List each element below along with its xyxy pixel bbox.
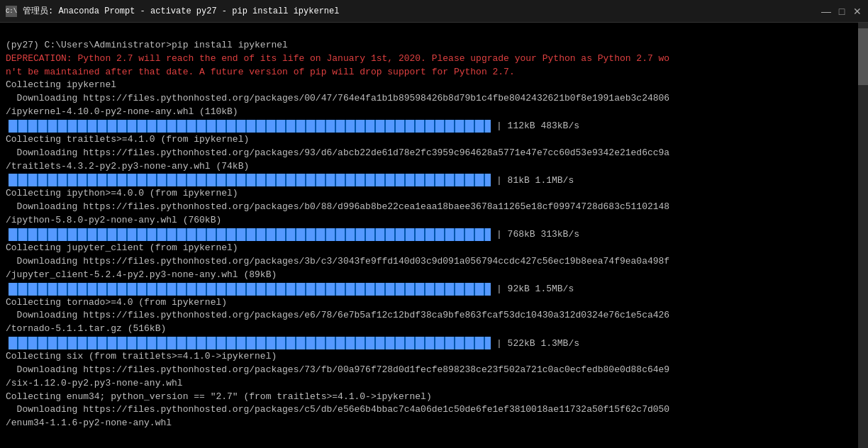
- progress-segment: [177, 174, 186, 186]
- progress-segment: [376, 283, 384, 296]
- progress-segment: [435, 120, 444, 133]
- progress-segment: [396, 337, 404, 349]
- maximize-button[interactable]: □: [837, 6, 847, 16]
- progress-segment: [346, 283, 355, 296]
- console-line: /six-1.12.0-py2.py3-none-any.whl: [6, 377, 862, 391]
- progress-segment: [336, 120, 345, 133]
- progress-segment: [386, 337, 394, 349]
- progress-segment: [118, 283, 126, 296]
- progress-info: | 112kB 483kB/s: [496, 121, 579, 131]
- progress-segment: [68, 174, 77, 186]
- progress-segment: [286, 337, 295, 349]
- progress-segment: [48, 337, 57, 349]
- progress-segment: [9, 283, 17, 296]
- progress-segment: [28, 228, 37, 241]
- progress-segment: [386, 120, 394, 133]
- progress-info: | 81kB 1.1MB/s: [496, 175, 574, 186]
- progress-segment: [118, 174, 126, 186]
- progress-bar: [9, 174, 491, 186]
- progress-segment: [207, 120, 216, 133]
- progress-segment: [18, 283, 27, 296]
- progress-segment: [435, 228, 444, 241]
- progress-segment: [326, 120, 335, 133]
- progress-segment: [58, 283, 67, 296]
- progress-segment: [177, 120, 186, 133]
- progress-segment: [416, 228, 424, 241]
- console-line: Collecting enum34; python_version == "2.…: [6, 391, 862, 404]
- progress-segment: [28, 174, 37, 186]
- console-line: Collecting ipykernel: [6, 79, 862, 92]
- progress-segment: [9, 120, 17, 133]
- app-icon: C:\: [6, 6, 17, 17]
- progress-segment: [257, 228, 265, 241]
- progress-segment: [485, 120, 491, 133]
- progress-segment: [316, 120, 325, 133]
- console-line: Downloading https://files.pythonhosted.o…: [6, 201, 862, 214]
- progress-segment: [406, 174, 414, 186]
- console-line: /enum34-1.1.6-py2-none-any.whl: [6, 417, 862, 430]
- scrollbar-thumb[interactable]: [858, 28, 868, 85]
- console-line: /ipykernel-4.10.0-py2-none-any.whl (110k…: [6, 106, 862, 119]
- progress-segment: [227, 174, 235, 186]
- scrollbar[interactable]: [858, 23, 868, 448]
- progress-segment: [197, 228, 206, 241]
- progress-segment: [406, 337, 414, 349]
- progress-segment: [38, 228, 47, 241]
- progress-segment: [326, 174, 335, 186]
- progress-segment: [38, 120, 47, 133]
- progress-segment: [326, 283, 335, 296]
- console-line: Downloading https://files.pythonhosted.o…: [6, 364, 862, 377]
- progress-segment: [237, 283, 245, 296]
- progress-segment: [485, 174, 491, 186]
- progress-bar: [9, 228, 491, 241]
- close-button[interactable]: ✕: [852, 6, 862, 16]
- progress-bar: [9, 283, 491, 296]
- progress-segment: [336, 337, 345, 349]
- progress-segment: [277, 228, 285, 241]
- progress-segment: [326, 337, 335, 349]
- progress-segment: [68, 228, 77, 241]
- progress-segment: [267, 283, 275, 296]
- progress-segment: [157, 120, 166, 133]
- progress-segment: [227, 120, 235, 133]
- progress-segment: [406, 120, 414, 133]
- progress-segment: [177, 283, 186, 296]
- progress-segment: [138, 120, 146, 133]
- progress-segment: [148, 120, 156, 133]
- minimize-button[interactable]: —: [821, 6, 831, 16]
- progress-segment: [336, 228, 345, 241]
- progress-segment: [207, 337, 216, 349]
- progress-segment: [217, 283, 226, 296]
- progress-segment: [316, 228, 325, 241]
- progress-segment: [277, 120, 285, 133]
- progress-segment: [485, 337, 491, 349]
- progress-segment: [376, 174, 384, 186]
- console-output: (py27) C:\Users\Administrator>pip instal…: [6, 26, 862, 430]
- progress-segment: [58, 174, 67, 186]
- progress-segment: [247, 283, 255, 296]
- progress-bar: [9, 120, 491, 133]
- progress-segment: [465, 337, 474, 349]
- progress-segment: [28, 337, 37, 349]
- progress-segment: [128, 283, 136, 296]
- progress-segment: [88, 337, 96, 349]
- progress-segment: [177, 337, 186, 349]
- progress-segment: [138, 228, 146, 241]
- progress-segment: [148, 337, 156, 349]
- progress-segment: [237, 174, 245, 186]
- progress-segment: [386, 283, 394, 296]
- progress-segment: [257, 174, 265, 186]
- console-line: /jupyter_client-5.2.4-py2.py3-none-any.w…: [6, 269, 862, 282]
- progress-info: | 768kB 313kB/s: [496, 229, 579, 240]
- progress-info: | 92kB 1.5MB/s: [496, 284, 574, 294]
- progress-segment: [197, 174, 206, 186]
- progress-segment: [48, 120, 57, 133]
- progress-segment: [306, 228, 315, 241]
- progress-segment: [455, 337, 464, 349]
- progress-segment: [406, 283, 414, 296]
- progress-segment: [128, 228, 136, 241]
- progress-segment: [247, 120, 255, 133]
- progress-segment: [167, 337, 176, 349]
- console-line: (py27) C:\Users\Administrator>pip instal…: [6, 39, 862, 52]
- console-line: Collecting ipython>=4.0.0 (from ipykerne…: [6, 187, 862, 201]
